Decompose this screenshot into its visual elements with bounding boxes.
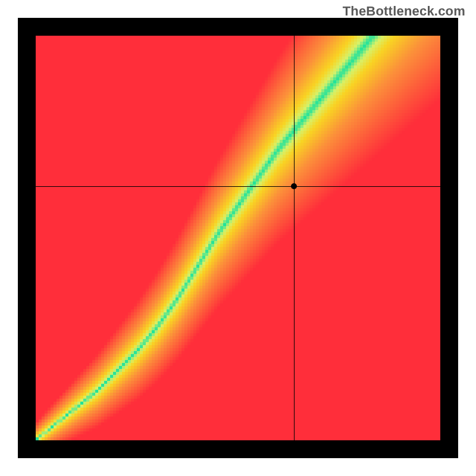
- marker-point: [291, 183, 297, 189]
- heatmap-canvas: [18, 18, 458, 458]
- chart-container: TheBottleneck.com: [0, 0, 476, 476]
- crosshair-vertical: [294, 18, 295, 458]
- watermark-text: TheBottleneck.com: [343, 4, 465, 19]
- crosshair-horizontal: [18, 186, 458, 187]
- plot-frame: [18, 18, 458, 458]
